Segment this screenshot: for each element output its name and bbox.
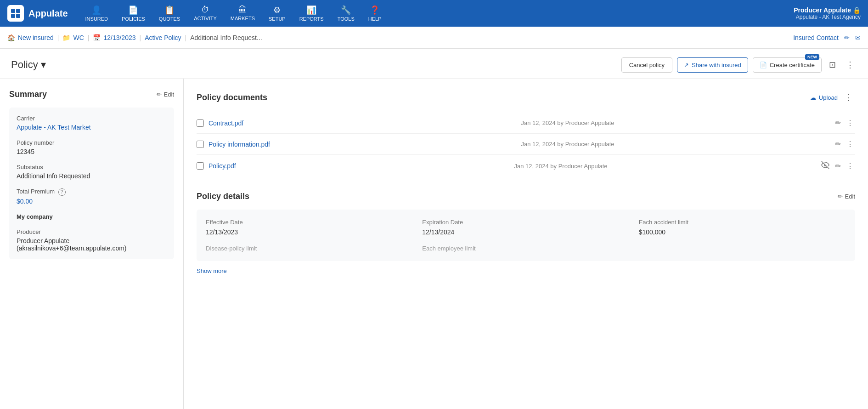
more-options-button-1[interactable]: ⊡: [826, 57, 839, 73]
nav-activity-label: ACTIVITY: [194, 16, 217, 21]
details-edit-button[interactable]: ✏ Edit: [838, 193, 855, 200]
nav-insured-label: INSURED: [85, 16, 108, 22]
more-options-button-2[interactable]: ⋮: [843, 57, 857, 73]
nav-help-label: HELP: [368, 16, 382, 22]
nav-reports[interactable]: 📊 REPORTS: [293, 1, 330, 25]
nav-menu: 👤 INSURED 📄 POLICIES 📋 QUOTES ⏱ ACTIVITY…: [79, 1, 794, 25]
document-name-1[interactable]: Contract.pdf: [209, 119, 517, 127]
document-more-1[interactable]: ⋮: [845, 117, 855, 129]
carrier-field: Carrier Appulate - AK Test Market: [17, 115, 167, 131]
nav-tools-label: TOOLS: [338, 16, 355, 22]
folder-icon: 📁: [62, 34, 70, 41]
upload-icon: ☁: [810, 94, 816, 101]
document-actions-3: ✏ ⋮: [820, 159, 855, 172]
expiration-date-value: 12/13/2024: [422, 228, 629, 236]
document-more-2[interactable]: ⋮: [845, 138, 855, 150]
document-name-2[interactable]: Policy information.pdf: [209, 141, 517, 148]
share-with-insured-button[interactable]: ↗ Share with insured: [677, 57, 748, 73]
summary-header: Summary ✏ Edit: [9, 90, 174, 99]
effective-date-value: 12/13/2023: [206, 228, 413, 236]
edit-contact-icon[interactable]: ✏: [844, 34, 850, 41]
user-name-text: Producer Appulate: [794, 6, 851, 14]
document-row: Contract.pdf Jan 12, 2024 by Producer Ap…: [197, 113, 855, 134]
nav-reports-label: REPORTS: [299, 16, 324, 22]
document-edit-2[interactable]: ✏: [834, 138, 842, 150]
policies-icon: 📄: [128, 5, 138, 15]
document-edit-3[interactable]: ✏: [834, 160, 842, 172]
nav-setup[interactable]: ⚙ SETUP: [262, 1, 292, 25]
insured-contact-link[interactable]: Insured Contact: [793, 34, 839, 41]
policy-number-label: Policy number: [17, 139, 167, 146]
carrier-label: Carrier: [17, 115, 167, 122]
new-badge: NEW: [805, 54, 819, 60]
summary-edit-button[interactable]: ✏ Edit: [157, 91, 174, 98]
summary-edit-label: Edit: [164, 91, 174, 98]
help-icon: ❓: [370, 5, 380, 15]
document-hide-3[interactable]: [820, 159, 831, 172]
share-icon: ↗: [684, 62, 689, 68]
right-panel: Policy documents ☁ Upload ⋮ Contract.pdf…: [184, 79, 868, 409]
document-checkbox-1[interactable]: [197, 119, 204, 127]
document-checkbox-2[interactable]: [197, 141, 204, 148]
lock-icon: 🔒: [853, 6, 861, 14]
carrier-value[interactable]: Appulate - AK Test Market: [17, 124, 167, 131]
employee-limit-field: Each employee limit: [422, 245, 629, 252]
breadcrumb-new-insured[interactable]: 🏠 New insured: [7, 34, 54, 41]
total-premium-help-icon[interactable]: ?: [58, 188, 66, 196]
policy-details-section: Policy details ✏ Edit Effective Date 12/…: [197, 192, 855, 274]
calendar-icon: 📅: [93, 34, 101, 41]
mail-contact-icon[interactable]: ✉: [855, 34, 861, 41]
breadcrumb-wc[interactable]: 📁 WC: [62, 34, 84, 41]
breadcrumb-active-policy[interactable]: Active Policy: [145, 34, 181, 41]
page-title[interactable]: Policy ▾: [11, 59, 46, 71]
breadcrumb-date[interactable]: 📅 12/13/2023: [93, 34, 135, 41]
document-checkbox-3[interactable]: [197, 162, 204, 170]
document-meta-2: Jan 12, 2024 by Producer Appulate: [521, 141, 829, 148]
total-premium-label: Total Premium ?: [17, 188, 167, 196]
insured-icon: 👤: [91, 5, 101, 15]
substatus-field: Substatus Additional Info Requested: [17, 164, 167, 180]
setup-icon: ⚙: [273, 5, 281, 15]
nav-help[interactable]: ❓ HELP: [362, 1, 388, 25]
policy-number-value: 12345: [17, 148, 167, 155]
document-more-3[interactable]: ⋮: [845, 160, 855, 172]
nav-policies[interactable]: 📄 POLICIES: [115, 1, 152, 25]
nav-tools[interactable]: 🔧 TOOLS: [331, 1, 361, 25]
my-company-label: My company: [17, 213, 167, 220]
breadcrumb-new-insured-label: New insured: [18, 34, 54, 41]
producer-label: Producer: [17, 228, 167, 235]
summary-card: Carrier Appulate - AK Test Market Policy…: [9, 108, 174, 259]
breadcrumb-sep-3: |: [140, 34, 141, 41]
logo-area[interactable]: Appulate: [7, 5, 68, 22]
cancel-policy-button[interactable]: Cancel policy: [621, 57, 672, 73]
documents-more-button[interactable]: ⋮: [841, 90, 855, 105]
breadcrumb-date-label: 12/13/2023: [103, 34, 135, 41]
document-name-3[interactable]: Policy.pdf: [209, 162, 510, 170]
show-more-link[interactable]: Show more: [197, 267, 227, 274]
edit-icon: ✏: [157, 91, 162, 98]
breadcrumb-additional-info-label: Additional Info Request...: [190, 34, 262, 41]
employee-limit-label: Each employee limit: [422, 245, 629, 252]
nav-insured[interactable]: 👤 INSURED: [79, 1, 115, 25]
substatus-value: Additional Info Requested: [17, 172, 167, 180]
document-edit-1[interactable]: ✏: [834, 117, 842, 129]
nav-quotes-label: QUOTES: [159, 16, 180, 22]
upload-button[interactable]: ☁ Upload: [810, 94, 838, 101]
upload-label: Upload: [819, 94, 838, 101]
producer-field: Producer Producer Appulate (akrasilnikov…: [17, 228, 167, 252]
document-row: Policy.pdf Jan 12, 2024 by Producer Appu…: [197, 155, 855, 177]
tools-icon: 🔧: [341, 5, 351, 15]
svg-rect-3: [16, 14, 20, 18]
share-button-label: Share with insured: [692, 62, 741, 68]
nav-quotes[interactable]: 📋 QUOTES: [152, 1, 186, 25]
nav-markets[interactable]: 🏛 MARKETS: [224, 1, 261, 25]
top-navigation: Appulate 👤 INSURED 📄 POLICIES 📋 QUOTES ⏱…: [0, 0, 868, 27]
certificate-icon: 📄: [760, 62, 767, 68]
document-meta-3: Jan 12, 2024 by Producer Appulate: [514, 163, 816, 170]
page-title-text: Policy: [11, 59, 38, 71]
left-panel: Summary ✏ Edit Carrier Appulate - AK Tes…: [0, 79, 184, 409]
breadcrumb-sep-1: |: [57, 34, 59, 41]
breadcrumb-additional-info[interactable]: Additional Info Request...: [190, 34, 262, 41]
nav-activity[interactable]: ⏱ ACTIVITY: [187, 1, 223, 25]
create-certificate-button[interactable]: NEW 📄 Create certificate: [753, 57, 822, 73]
